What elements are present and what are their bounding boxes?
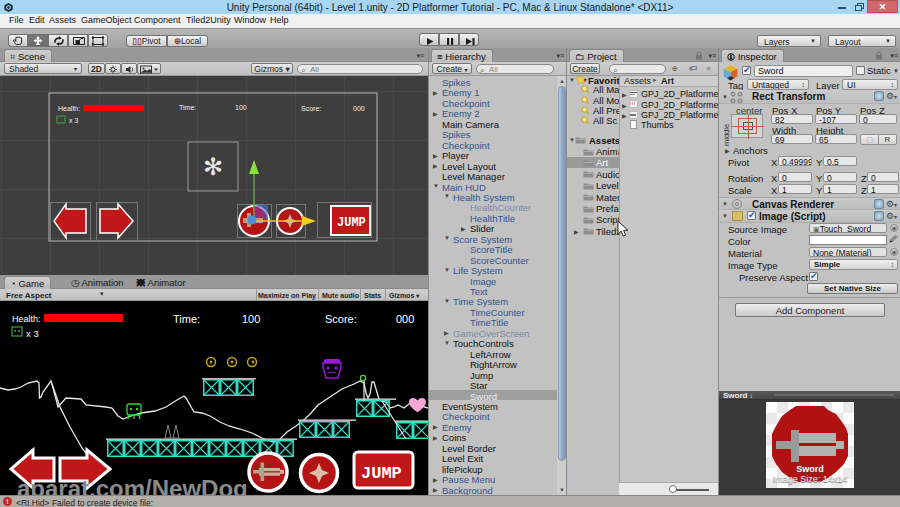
svg-text:JUMP: JUMP [337,216,366,230]
svg-text:JUMP: JUMP [361,464,402,483]
svg-text:000: 000 [353,105,365,112]
svg-text:Health:: Health: [58,105,80,112]
svg-text:Time:: Time: [179,104,196,111]
svg-text:Score:: Score: [301,105,321,112]
svg-text:✻: ✻ [203,153,223,180]
svg-text:100: 100 [235,104,247,111]
svg-text:x 3: x 3 [69,117,78,124]
